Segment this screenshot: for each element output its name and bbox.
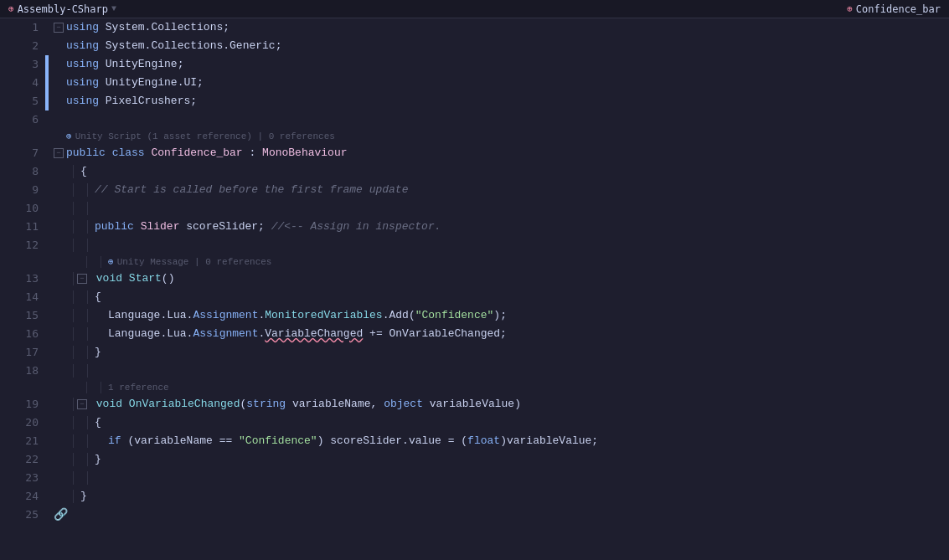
line-num-4: 4: [32, 76, 39, 89]
indent-guide-14b: [87, 290, 88, 304]
indent-guide-18a: [73, 364, 74, 378]
code-line-21: if (variableName == "Confidence") scoreS…: [54, 432, 949, 450]
code-line-2: using System.Collections.Generic;: [54, 37, 949, 55]
line-num-19: 19: [25, 398, 39, 410]
collapse-icon-1[interactable]: −: [54, 23, 64, 33]
collapse-icon-13[interactable]: −: [77, 274, 87, 284]
hint-row-3[interactable]: 1 reference: [54, 380, 949, 395]
line-num-21: 21: [25, 434, 39, 447]
line-num-6: 6: [32, 113, 39, 126]
code-line-4: using UnityEngine.UI;: [54, 74, 949, 92]
code-line-5: using PixelCrushers;: [54, 92, 949, 110]
indent-guide-hint2b: [101, 256, 101, 268]
indent-guide-20a: [73, 416, 74, 429]
indent-guide-23a: [73, 471, 74, 485]
indent-guide-19a: [73, 398, 74, 411]
indent-guide-16b: [87, 327, 88, 341]
line-num-1: 1: [32, 21, 39, 33]
code-line-25[interactable]: 🔗: [54, 506, 949, 524]
code-line-7: −public class Confidence_bar : MonoBehav…: [54, 144, 949, 162]
assembly-dropdown[interactable]: ▼: [111, 4, 116, 13]
code-line-12: [54, 236, 949, 254]
line-num-8: 8: [32, 165, 39, 177]
line-num-23: 23: [25, 471, 39, 484]
line-num-17: 17: [25, 346, 39, 358]
line-num-13: 13: [25, 272, 39, 285]
line-num-20: 20: [25, 416, 39, 429]
code-editor[interactable]: −using System.Collections; using System.…: [49, 18, 949, 560]
line-num-25: 25: [25, 508, 39, 521]
line-num-9: 9: [32, 183, 39, 196]
confidence-label[interactable]: Confidence_bar: [856, 3, 941, 15]
indent-guide-12a: [73, 239, 74, 252]
code-line-18: [54, 362, 949, 380]
hint-row-2[interactable]: ⊕Unity Message | 0 references: [54, 254, 949, 270]
unity-message-hint[interactable]: Unity Message: [117, 254, 189, 270]
title-bar-right: ⊕ Confidence_bar: [847, 3, 941, 15]
line-num-5: 5: [32, 95, 39, 107]
collapse-icon-7[interactable]: −: [54, 148, 64, 158]
indent-guide-23b: [87, 471, 88, 485]
indent-guide-21b: [87, 434, 88, 448]
indent-guide-22a: [73, 453, 74, 466]
code-line-11: public Slider scoreSlider; //<-- Assign …: [54, 218, 949, 236]
unity-script-icon: ⊕: [66, 129, 72, 144]
code-line-24: }: [54, 487, 949, 506]
indent-guide-14a: [73, 290, 74, 304]
code-line-19: − void OnVariableChanged(string variable…: [54, 395, 949, 414]
code-line-16: Language.Lua.Assignment.VariableChanged …: [54, 325, 949, 343]
code-line-10: [54, 199, 949, 218]
code-line-23: [54, 469, 949, 487]
indent-guide-22b: [87, 453, 88, 466]
code-line-14: {: [54, 288, 949, 306]
editor-area: 1 2 3 4 5 6: [0, 18, 949, 560]
indent-guide-10b: [87, 202, 88, 215]
indent-guide-16a: [73, 327, 74, 341]
code-line-22: }: [54, 450, 949, 469]
line-num-18: 18: [25, 364, 39, 377]
hint-row-1[interactable]: ⊕Unity Script (1 asset reference) | 0 re…: [54, 129, 949, 144]
line-gutter: 1 2 3 4 5 6: [0, 18, 45, 560]
one-reference-hint[interactable]: 1 reference: [108, 380, 169, 395]
indent-guide-21a: [73, 434, 74, 448]
line-num-11: 11: [25, 220, 39, 233]
line-num-7: 7: [32, 146, 39, 159]
confidence-icon: ⊕: [847, 3, 853, 14]
link-icon[interactable]: 🔗: [54, 506, 68, 524]
code-line-15: Language.Lua.Assignment.MonitoredVariabl…: [54, 306, 949, 325]
code-line-17: }: [54, 343, 949, 362]
code-line-9: // Start is called before the first fram…: [54, 181, 949, 199]
code-line-3: using UnityEngine;: [54, 55, 949, 74]
code-line-6: [54, 110, 949, 129]
line-num-3: 3: [32, 58, 39, 70]
line-num-10: 10: [25, 202, 39, 214]
code-line-13: − void Start(): [54, 270, 949, 288]
collapse-icon-19[interactable]: −: [77, 399, 87, 409]
code-line-20: {: [54, 414, 949, 432]
indent-guide-17a: [73, 346, 74, 359]
line-num-12: 12: [25, 239, 39, 251]
code-line-8: {: [54, 162, 949, 181]
title-bar: ⊕ Assembly-CSharp ▼ ⊕ Confidence_bar: [0, 0, 949, 18]
line-num-15: 15: [25, 309, 39, 321]
unity-message-refs[interactable]: | 0 references: [188, 254, 271, 270]
assembly-icon: ⊕: [8, 3, 14, 14]
unity-script-hint[interactable]: Unity Script (1 asset reference) | 0 ref…: [75, 129, 335, 144]
indent-guide-11b: [87, 220, 88, 234]
indent-guide-15b: [87, 309, 88, 322]
indent-guide-hint3a: [86, 382, 87, 393]
app-window: ⊕ Assembly-CSharp ▼ ⊕ Confidence_bar 1 2…: [0, 0, 949, 560]
indent-guide-hint3b: [101, 382, 101, 393]
indent-guide-10a: [73, 202, 74, 215]
indent-guide-8: [73, 165, 74, 178]
indent-guide-15a: [73, 309, 74, 322]
indent-guide-12b: [87, 239, 88, 252]
indent-guide-24a: [73, 490, 74, 503]
title-bar-left: ⊕ Assembly-CSharp ▼: [8, 3, 116, 15]
indent-guide-hint2a: [86, 256, 87, 268]
indent-guide-18b: [87, 364, 88, 378]
unity-message-icon: ⊕: [108, 254, 114, 270]
assembly-label[interactable]: Assembly-CSharp: [18, 3, 108, 15]
indent-guide-9a: [73, 183, 74, 197]
indent-guide-11a: [73, 220, 74, 234]
